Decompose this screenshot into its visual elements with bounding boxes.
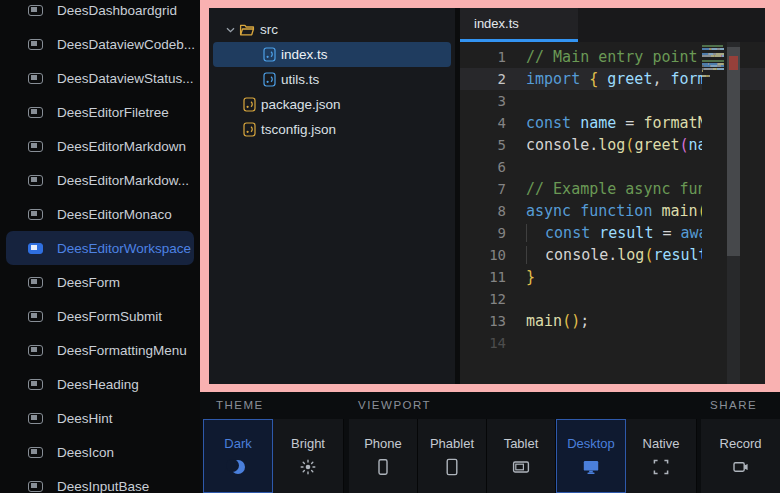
minimap-line — [702, 68, 727, 70]
sidebar-item[interactable]: DeesEditorWorkspace — [6, 231, 194, 265]
code-text: const result = awa — [526, 222, 708, 244]
record-icon — [731, 457, 751, 477]
ts-file-icon — [263, 47, 276, 62]
file-tree-panel: srcindex.tsutils.tspackage.jsontsconfig.… — [209, 8, 455, 384]
chevron-down-icon[interactable] — [226, 27, 235, 33]
component-icon — [28, 277, 43, 288]
tree-row-package-json[interactable]: package.json — [213, 92, 451, 117]
tab-index-ts[interactable]: index.ts — [460, 8, 578, 42]
phone-icon — [373, 457, 393, 477]
code-token: } — [526, 268, 535, 286]
sidebar-item[interactable]: DeesEditorFiletree — [6, 95, 194, 129]
code-token: ( — [562, 312, 571, 330]
component-icon — [28, 107, 43, 118]
code-text: // Main entry point — [526, 46, 698, 68]
toolbar-button-tablet[interactable]: Tablet — [487, 419, 556, 493]
sidebar-item[interactable]: DeesIcon — [6, 435, 194, 469]
scrollbar-slider[interactable] — [727, 47, 740, 256]
code-token: ( — [680, 136, 689, 154]
code-token — [580, 70, 589, 88]
component-icon — [28, 73, 43, 84]
minimap[interactable] — [702, 42, 727, 384]
sidebar-item-label: DeesEditorMarkdow... — [57, 173, 189, 188]
sidebar-item[interactable]: DeesDashboardgrid — [6, 0, 194, 27]
tree-row-index-ts[interactable]: index.ts — [213, 42, 451, 67]
toolbar-button-dark[interactable]: Dark — [203, 419, 273, 493]
sidebar-item[interactable]: DeesFormattingMenu — [6, 333, 194, 367]
toolbar-button-label: Phablet — [430, 436, 474, 451]
editor-tab-bar: index.ts — [460, 8, 765, 42]
line-number: 1 — [460, 46, 506, 68]
sidebar-item[interactable]: DeesDataviewStatus... — [6, 61, 194, 95]
code-token: = — [653, 224, 680, 242]
sidebar-item[interactable]: DeesEditorMarkdown — [6, 129, 194, 163]
component-icon — [28, 447, 43, 458]
tree-row-utils-ts[interactable]: utils.ts — [213, 67, 451, 92]
line-number: 3 — [460, 90, 506, 112]
line-number: 11 — [460, 266, 506, 288]
toolbar-button-label: Desktop — [567, 436, 615, 451]
tree-row-tsconfig-json[interactable]: tsconfig.json — [213, 117, 451, 142]
code-text: console.log(greet(na — [526, 134, 707, 156]
code-token: , — [652, 70, 670, 88]
line-number: 8 — [460, 200, 506, 222]
toolbar-button-native[interactable]: Native — [626, 419, 697, 493]
code-token — [571, 114, 580, 132]
component-icon — [28, 311, 43, 322]
code-token — [598, 70, 607, 88]
sidebar-item[interactable]: DeesFormSubmit — [6, 299, 194, 333]
toolbar-button-label: Bright — [291, 436, 325, 451]
code-area[interactable]: 1// Main entry point2import { greet, for… — [460, 42, 765, 384]
sun-icon — [299, 457, 317, 477]
sidebar-item[interactable]: DeesEditorMarkdow... — [6, 163, 194, 197]
toolbar-button-desktop[interactable]: Desktop — [556, 419, 626, 493]
code-token: greet — [634, 136, 679, 154]
code-text: main(); — [526, 310, 589, 332]
sidebar-item[interactable]: DeesHint — [6, 401, 194, 435]
toolbar-button-label: Dark — [224, 436, 251, 451]
code-token: result — [599, 224, 653, 242]
code-token: async — [526, 202, 571, 220]
toolbar-button-label: Record — [720, 436, 762, 451]
sidebar-item-label: DeesHeading — [57, 377, 139, 392]
line-number: 7 — [460, 178, 506, 200]
line-number: 13 — [460, 310, 506, 332]
minimap-line — [702, 48, 727, 50]
tree-row-label: package.json — [261, 97, 341, 112]
line-number: 4 — [460, 112, 506, 134]
component-icon — [28, 481, 43, 492]
component-icon — [28, 39, 43, 50]
demo-container: srcindex.tsutils.tspackage.jsontsconfig.… — [200, 0, 780, 392]
toolbar-button-record[interactable]: Record — [701, 419, 780, 493]
code-token: formatN — [643, 114, 706, 132]
toolbar-section-title: VIEWPORT — [358, 399, 431, 411]
line-number: 9 — [460, 222, 506, 244]
sidebar-item-label: DeesIcon — [57, 445, 114, 460]
component-icon — [28, 141, 43, 152]
line-number: 6 — [460, 156, 506, 178]
sidebar-item[interactable]: DeesDataviewCodeb... — [6, 27, 194, 61]
code-token: console. — [545, 246, 617, 264]
tree-row-src[interactable]: src — [213, 17, 451, 42]
sidebar-item[interactable]: DeesForm — [6, 265, 194, 299]
code-token: greet — [607, 70, 652, 88]
sidebar-item-label: DeesFormattingMenu — [57, 343, 187, 358]
component-icon — [28, 379, 43, 390]
toolbar-button-bright[interactable]: Bright — [273, 419, 344, 493]
sidebar-item-label: DeesEditorMarkdown — [57, 139, 186, 154]
moon-icon — [231, 457, 245, 477]
toolbar-button-phablet[interactable]: Phablet — [418, 419, 487, 493]
editor-scrollbar[interactable] — [727, 42, 740, 384]
json-file-icon — [243, 122, 256, 137]
component-icon — [28, 5, 43, 16]
toolbar-button-phone[interactable]: Phone — [349, 419, 418, 493]
component-icon — [28, 413, 43, 424]
code-token: log — [617, 246, 644, 264]
code-text: import { greet, form — [526, 68, 707, 90]
line-number: 10 — [460, 244, 506, 266]
sidebar-item[interactable]: DeesHeading — [6, 367, 194, 401]
sidebar-item[interactable]: DeesEditorMonaco — [6, 197, 194, 231]
toolbar-buttons: DarkBrightPhonePhabletTabletDesktopNativ… — [200, 419, 780, 493]
tree-row-label: tsconfig.json — [261, 122, 336, 137]
sidebar-item[interactable]: DeesInputBase — [6, 469, 194, 493]
